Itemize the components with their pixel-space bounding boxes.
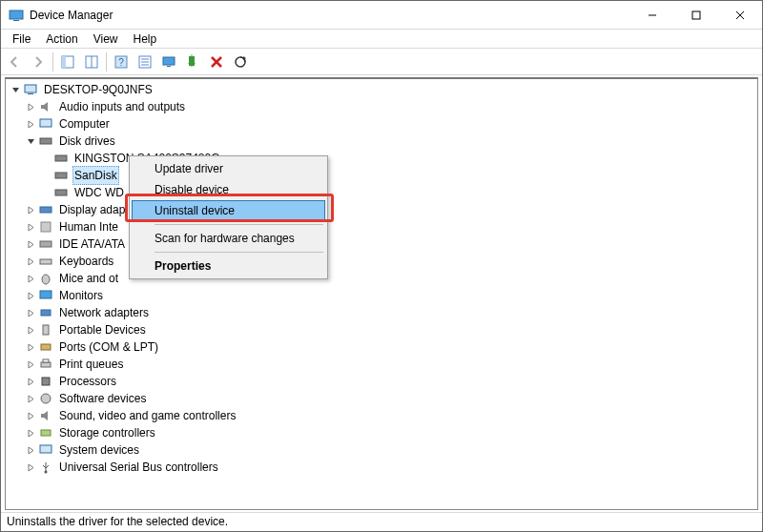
tree-node-disk-wdc[interactable]: WDC WD (10, 184, 757, 201)
cpu-icon (38, 374, 53, 389)
tree-root[interactable]: DESKTOP-9Q0JNFS (10, 81, 757, 98)
device-tree[interactable]: DESKTOP-9Q0JNFS Audio inputs and outputs… (6, 79, 757, 478)
chevron-right-icon[interactable] (25, 273, 36, 284)
chevron-right-icon[interactable] (25, 461, 36, 473)
tree-label: Disk drives (57, 133, 117, 150)
tree-node-ide[interactable]: IDE ATA/ATA (10, 235, 757, 253)
chevron-right-icon[interactable] (25, 324, 36, 336)
twisty-empty (40, 187, 52, 198)
svg-rect-39 (41, 344, 51, 350)
ide-icon (38, 236, 53, 252)
tree-label: Ports (COM & LPT) (57, 338, 160, 356)
chevron-right-icon[interactable] (25, 204, 36, 215)
sound-icon (38, 408, 53, 423)
tree-label: Portable Devices (57, 321, 148, 338)
printer-icon (38, 357, 53, 372)
chevron-right-icon[interactable] (25, 118, 36, 130)
tree-label: Sound, video and game controllers (57, 407, 237, 424)
enable-device-button[interactable] (181, 51, 204, 73)
window-title: Device Manager (30, 9, 630, 22)
tree-node-monitors[interactable]: Monitors (10, 287, 757, 304)
svg-text:?: ? (118, 57, 124, 68)
context-disable-device[interactable]: Disable device (132, 179, 325, 200)
minimize-button[interactable] (630, 1, 674, 30)
twisty-empty (40, 170, 52, 181)
svg-rect-42 (42, 378, 50, 385)
chevron-right-icon[interactable] (25, 238, 36, 250)
tree-node-ports[interactable]: Ports (COM & LPT) (10, 338, 757, 356)
tree-node-mice[interactable]: Mice and ot (10, 270, 757, 287)
svg-rect-28 (55, 155, 67, 161)
tree-node-disk-sandisk[interactable]: SanDisk (10, 167, 757, 184)
chevron-down-icon[interactable] (10, 84, 21, 95)
tree-node-disk-kingston[interactable]: KINGSTON SA400S37480G (10, 150, 757, 167)
close-button[interactable] (718, 1, 762, 30)
tree-node-storage[interactable]: Storage controllers (10, 424, 757, 441)
back-button[interactable] (3, 51, 26, 73)
scan-hardware-button[interactable] (229, 51, 252, 73)
context-uninstall-device[interactable]: Uninstall device (132, 200, 325, 221)
chevron-right-icon[interactable] (25, 444, 36, 456)
chevron-right-icon[interactable] (25, 256, 36, 267)
menu-file[interactable]: File (5, 32, 38, 46)
tree-label: IDE ATA/ATA (57, 235, 127, 253)
disk-icon (53, 168, 69, 183)
menu-action[interactable]: Action (38, 32, 85, 46)
chevron-right-icon[interactable] (25, 393, 36, 404)
monitor-button[interactable] (157, 51, 180, 73)
uninstall-button[interactable] (205, 51, 228, 73)
forward-button[interactable] (27, 51, 50, 73)
tree-node-audio[interactable]: Audio inputs and outputs (10, 98, 757, 115)
show-hide-tree-button[interactable] (56, 51, 79, 73)
chevron-right-icon[interactable] (25, 290, 36, 301)
svg-point-35 (42, 275, 50, 284)
menu-help[interactable]: Help (126, 32, 165, 46)
chevron-right-icon[interactable] (25, 307, 36, 318)
tree-node-printq[interactable]: Print queues (10, 356, 757, 373)
maximize-button[interactable] (674, 1, 718, 30)
tree-label: WDC WD (72, 184, 126, 201)
chevron-right-icon[interactable] (25, 358, 36, 370)
chevron-right-icon[interactable] (25, 410, 36, 421)
chevron-right-icon[interactable] (25, 427, 36, 439)
tree-node-computer[interactable]: Computer (10, 115, 757, 133)
svg-rect-7 (62, 56, 66, 68)
network-icon (38, 305, 53, 320)
tree-node-disk-drives[interactable]: Disk drives (10, 133, 757, 150)
tree-node-hid[interactable]: Human Inte (10, 218, 757, 235)
tree-node-software[interactable]: Software devices (10, 390, 757, 407)
chevron-down-icon[interactable] (25, 135, 36, 147)
storage-icon (38, 425, 53, 440)
tree-node-display[interactable]: Display adap (10, 201, 757, 218)
status-bar: Uninstalls the driver for the selected d… (1, 512, 762, 531)
tree-label: System devices (57, 441, 141, 459)
context-scan-hardware[interactable]: Scan for hardware changes (132, 228, 325, 249)
chevron-right-icon[interactable] (25, 341, 36, 353)
tree-node-usb[interactable]: Universal Serial Bus controllers (10, 459, 757, 476)
properties-button[interactable] (134, 51, 156, 73)
tree-node-system[interactable]: System devices (10, 441, 757, 459)
svg-rect-27 (40, 138, 52, 144)
device-manager-icon (9, 8, 24, 23)
tree-node-processors[interactable]: Processors (10, 373, 757, 390)
tree-node-portable[interactable]: Portable Devices (10, 321, 757, 338)
panel2-button[interactable] (80, 51, 103, 73)
svg-rect-17 (167, 66, 171, 67)
help-button[interactable]: ? (110, 51, 133, 73)
svg-rect-25 (28, 93, 33, 94)
svg-rect-16 (163, 57, 175, 65)
tree-node-network[interactable]: Network adapters (10, 304, 757, 321)
svg-rect-34 (40, 259, 52, 264)
monitor-icon (38, 288, 53, 303)
chevron-right-icon[interactable] (25, 101, 36, 113)
tree-node-keyboards[interactable]: Keyboards (10, 253, 757, 270)
chevron-right-icon[interactable] (25, 376, 36, 387)
tree-node-sound[interactable]: Sound, video and game controllers (10, 407, 757, 424)
context-properties[interactable]: Properties (132, 256, 325, 276)
chevron-right-icon[interactable] (25, 221, 36, 233)
tree-label: Computer (57, 115, 112, 133)
menu-view[interactable]: View (86, 32, 126, 46)
twisty-empty (40, 153, 52, 164)
context-update-driver[interactable]: Update driver (132, 158, 325, 179)
tree-label: Mice and ot (57, 270, 120, 287)
